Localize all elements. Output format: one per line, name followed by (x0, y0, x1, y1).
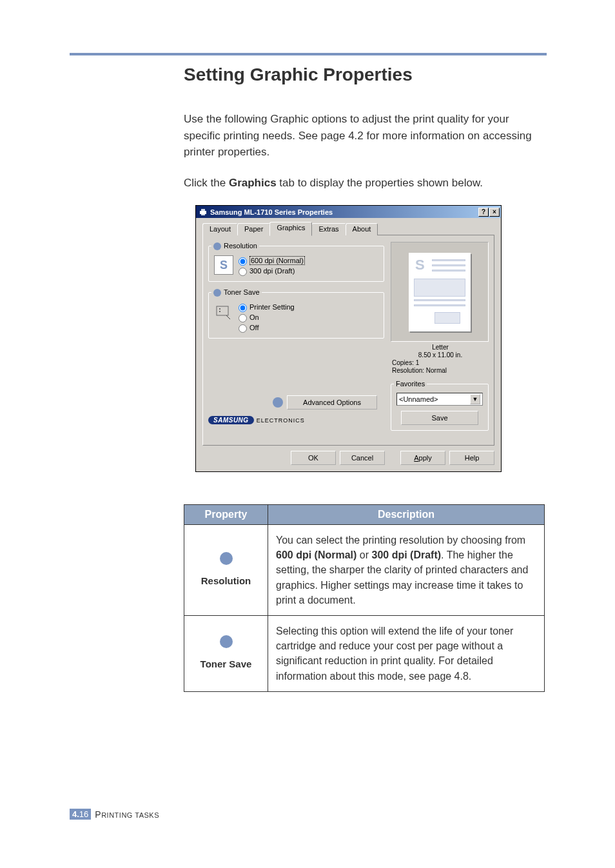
table-row: Toner Save Selecting this option will ex… (184, 615, 545, 691)
resolution-icon: S (214, 255, 233, 275)
favorites-select[interactable]: <Unnamed> ▼ (396, 393, 483, 406)
radio-toner-on-label: On (249, 313, 259, 321)
radio-toner-off[interactable]: Off (239, 322, 295, 333)
svg-rect-1 (201, 209, 205, 211)
bullet-dot-icon (220, 552, 233, 565)
graphics-tab-panel: Resolution S 600 dpi (Normal) 300 dpi (D… (202, 235, 494, 446)
svg-point-4 (219, 308, 220, 310)
description-cell-toner: Selecting this option will extend the li… (268, 615, 545, 691)
property-cell-resolution: Resolution (184, 525, 268, 616)
radio-printer-setting[interactable]: Printer Setting (239, 302, 295, 312)
description-cell-resolution: You can select the printing resolution b… (268, 525, 545, 616)
property-table: Property Description Resolution You can … (184, 504, 545, 692)
resolution-group: Resolution S 600 dpi (Normal) 300 dpi (D… (208, 242, 384, 282)
content-column: Setting Graphic Properties Use the follo… (184, 64, 548, 692)
radio-toner-on-input[interactable] (239, 314, 247, 322)
desc-res-mid1: or (356, 549, 371, 560)
table-header-description: Description (268, 505, 545, 525)
printer-icon (199, 208, 208, 217)
preview-paper-name: Letter (392, 344, 489, 351)
apply-rest: pply (419, 454, 432, 462)
radio-600dpi-label: 600 dpi (Normal) (249, 256, 305, 265)
preview-copies: Copies: 1 (392, 359, 489, 367)
chevron-down-icon[interactable]: ▼ (470, 394, 480, 404)
toner-icon (214, 302, 233, 321)
table-row: Resolution You can select the printing r… (184, 525, 545, 616)
dialog-footer: OK Cancel Apply Help (202, 446, 494, 465)
dialog-titlebar: Samsung ML-1710 Series Properties ? × (196, 206, 501, 218)
resolution-legend: Resolution (224, 242, 257, 250)
radio-300dpi-input[interactable] (239, 268, 247, 276)
property-name-resolution: Resolution (192, 574, 260, 588)
desc-res-b2: 300 dpi (Draft) (371, 549, 441, 560)
favorites-group: Favorites <Unnamed> ▼ Save (391, 380, 489, 431)
bullet-dot-icon (213, 242, 221, 250)
samsung-sub: ELECTRONICS (257, 417, 305, 424)
samsung-logo: SAMSUNG (208, 416, 254, 424)
chapter-number: 4. (72, 809, 79, 819)
svg-rect-2 (201, 214, 205, 215)
titlebar-help-button[interactable]: ? (478, 208, 489, 217)
radio-toner-on[interactable]: On (239, 312, 295, 322)
click-line: Click the Graphics tab to display the pr… (184, 175, 548, 192)
toner-save-legend: Toner Save (224, 288, 260, 296)
desc-res-b1: 600 dpi (Normal) (276, 549, 356, 560)
tab-extras[interactable]: Extras (311, 223, 346, 235)
favorites-legend: Favorites (394, 380, 427, 388)
apply-button[interactable]: Apply (400, 451, 445, 465)
preview-resolution: Resolution: Normal (392, 367, 489, 375)
ok-button[interactable]: OK (291, 451, 336, 465)
resolution-radios: 600 dpi (Normal) 300 dpi (Draft) (239, 255, 305, 276)
section-label: PRINTING TASKS (95, 809, 159, 820)
top-rule (70, 53, 547, 55)
preview-info: Letter 8.50 x 11.00 in. Copies: 1 Resolu… (391, 344, 489, 375)
advanced-options-button[interactable]: Advanced Options (287, 395, 377, 409)
properties-dialog: Samsung ML-1710 Series Properties ? × La… (195, 205, 502, 472)
tab-layout[interactable]: Layout (202, 223, 238, 235)
preview-s-mark: S (415, 257, 425, 273)
bullet-dot-icon (273, 397, 283, 408)
section-first-letter: P (95, 809, 101, 820)
tab-paper[interactable]: Paper (237, 223, 270, 235)
radio-600dpi[interactable]: 600 dpi (Normal) (239, 255, 305, 266)
graphics-right-column: S Letter 8.50 x 11.00 in. (391, 242, 489, 437)
radio-300dpi-label: 300 dpi (Draft) (249, 267, 295, 275)
help-button[interactable]: Help (449, 451, 494, 465)
preview-paper-dims: 8.50 x 11.00 in. (392, 351, 489, 359)
radio-300dpi[interactable]: 300 dpi (Draft) (239, 266, 305, 276)
paper-preview: S (409, 253, 471, 331)
graphics-left-column: Resolution S 600 dpi (Normal) 300 dpi (D… (208, 242, 384, 437)
favorites-selected: <Unnamed> (399, 395, 438, 403)
tab-graphics[interactable]: Graphics (269, 222, 312, 236)
click-line-bold: Graphics (229, 177, 277, 189)
radio-toner-off-label: Off (249, 324, 259, 331)
dialog-title: Samsung ML-1710 Series Properties (210, 208, 476, 216)
radio-printer-setting-input[interactable] (239, 304, 247, 312)
svg-rect-3 (217, 306, 228, 315)
click-line-suffix: tab to display the properties shown belo… (277, 177, 483, 189)
radio-600dpi-input[interactable] (239, 257, 247, 266)
desc-res-pre: You can select the printing resolution b… (276, 535, 525, 546)
dialog-body: Layout Paper Graphics Extras About Resol… (196, 218, 501, 471)
tab-about[interactable]: About (346, 223, 378, 235)
svg-rect-0 (200, 211, 206, 214)
page-number-badge: 4.16 (70, 809, 91, 820)
titlebar-close-button[interactable]: × (489, 208, 500, 217)
tab-strip: Layout Paper Graphics Extras About (202, 222, 494, 235)
property-name-toner: Toner Save (192, 657, 260, 671)
favorites-save-button[interactable]: Save (401, 411, 478, 425)
page-footer: 4.16 PRINTING TASKS (70, 809, 159, 820)
intro-paragraph: Use the following Graphic options to adj… (184, 111, 548, 161)
page-title: Setting Graphic Properties (184, 64, 548, 85)
apply-mnemonic: A (414, 454, 418, 462)
section-rest: RINTING TASKS (101, 811, 159, 819)
radio-printer-setting-label: Printer Setting (249, 303, 295, 311)
toner-save-group: Toner Save Printer Setting On Off (208, 288, 384, 339)
radio-toner-off-input[interactable] (239, 324, 247, 333)
cancel-button[interactable]: Cancel (340, 451, 385, 465)
property-cell-toner: Toner Save (184, 615, 268, 691)
click-line-prefix: Click the (184, 177, 229, 189)
page-number: 16 (79, 809, 88, 819)
table-header-property: Property (184, 505, 268, 525)
bullet-dot-icon (213, 289, 221, 297)
